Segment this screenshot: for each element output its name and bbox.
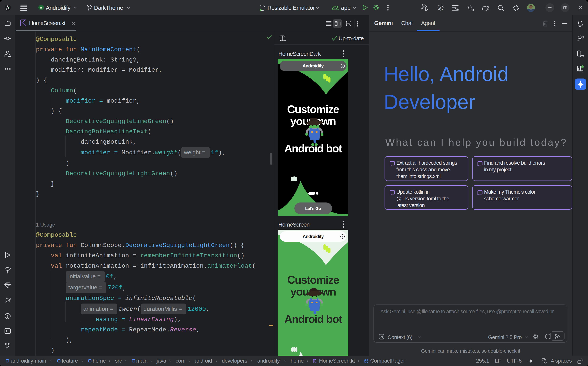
- svg-text:A: A: [439, 7, 442, 11]
- svg-text:Let's Go: Let's Go: [305, 206, 321, 211]
